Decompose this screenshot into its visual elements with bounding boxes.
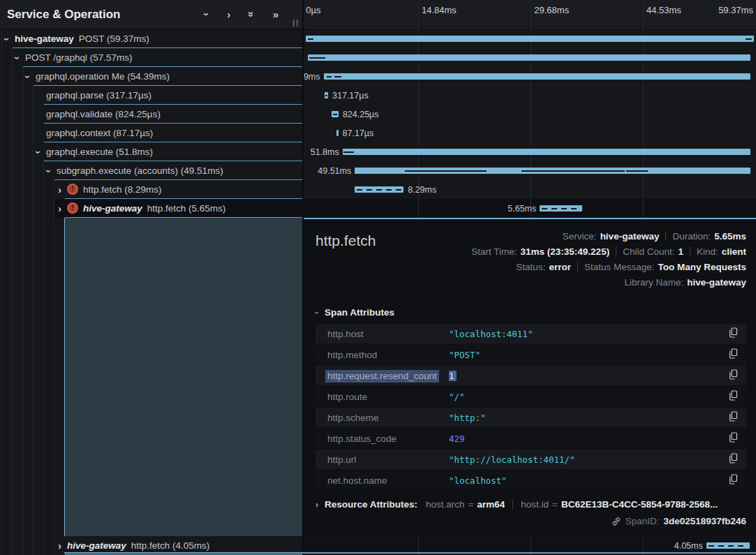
chevron-right-icon: › [316,500,318,510]
span-duration-bar[interactable] [325,92,328,98]
expander-chevron-down-icon[interactable]: › [13,48,23,67]
attribute-key: http.request.resend_count [327,371,449,381]
span-attributes-title: Span Attributes [325,307,394,318]
span-tree-row[interactable]: ›graphql.operation Me (54.39ms) [23,67,302,86]
span-tree-row[interactable]: ›subgraph.execute (accounts) (49.51ms) [44,161,302,180]
span-duration-bar[interactable] [324,73,751,80]
collapse-all-button[interactable]: » [249,9,254,20]
duration-label: 87.17µs [343,128,374,138]
trace-viewer: ›hive-gatewayPOST (59.37ms)›POST /graphq… [0,0,756,555]
chevron-down-icon: › [33,150,44,154]
copy-attribute-button[interactable] [729,432,738,445]
expand-all-button[interactable]: » [273,9,279,20]
collapse-one-button[interactable]: › [205,9,209,20]
attribute-value: "http:" [449,413,729,423]
expander-chevron-down-icon[interactable]: › [34,142,44,161]
span-operation-label: graphql.context (87.17µs) [46,128,153,138]
expander-chevron-right-icon[interactable]: › [54,199,65,218]
expander-chevron-down-icon[interactable]: › [2,29,13,48]
chevron-down-icon: › [12,56,23,59]
span-detail-panel: http.fetch Service:hive-gatewayDuration:… [304,218,756,536]
child-span-mark [308,38,313,40]
span-duration-bar[interactable] [343,149,750,155]
double-chevron-right-icon: » [273,9,279,20]
span-tree-row[interactable]: ›hive-gatewayPOST (59.37ms) [2,29,302,48]
meta-value: 1 [678,246,683,257]
span-duration-bar[interactable] [308,54,750,61]
resource-value: BC62E13B-C4CC-5854-9788-2568... [561,499,718,510]
meta-value: 31ms (23:35:49.225) [521,246,610,257]
span-operation-label: POST /graphql (57.57ms) [25,52,133,63]
attribute-value-text: 429 [449,434,465,444]
copy-attribute-button[interactable] [729,474,738,487]
span-tree-row[interactable]: graphql.context (87.17µs) [34,124,302,142]
span-duration-bar[interactable] [355,186,403,193]
span-duration-bar[interactable] [540,205,582,212]
attribute-value: 1 [449,371,729,381]
timeline-tick-label: 14.84ms [422,5,457,15]
child-span-mark [325,95,327,96]
copy-attribute-button[interactable] [729,348,738,361]
meta-label: Service: [563,231,597,242]
span-duration-bar[interactable] [706,542,750,549]
span-attributes-toggle[interactable]: › Span Attributes [316,307,746,318]
span-id-label: SpanID: [625,516,660,526]
attribute-row: http.url"http://localhost:4011/" [316,450,746,469]
span-row-content: graphql.parse (317.17µs) [44,86,302,105]
span-duration-bar[interactable] [306,36,754,42]
attribute-key-text: http.url [327,454,356,465]
attribute-value: "http://localhost:4011/" [449,454,729,465]
chevron-right-icon: › [58,184,61,195]
span-tree-row[interactable]: graphql.parse (317.17µs) [34,86,302,105]
expander-chevron-right-icon[interactable]: › [54,180,65,199]
chevron-right-icon: › [227,9,230,20]
child-span-mark [343,151,354,153]
span-tree-row[interactable]: ›!http.fetch (8.29ms) [54,180,302,199]
span-duration-bar[interactable] [336,130,338,136]
copy-attribute-button[interactable] [729,411,738,424]
equals-sign: = [552,499,558,510]
span-duration-bar[interactable] [332,111,339,117]
duration-label: 54.39ms [304,72,320,82]
tree-header: Service & Operation ››»» || [0,0,302,29]
attribute-key: http.scheme [327,413,449,423]
attribute-key-text: http.method [327,350,377,360]
meta-label: Child Count: [623,246,674,257]
span-tree-panel: ›hive-gatewayPOST (59.37ms)›POST /graphq… [0,0,302,555]
expander-chevron-down-icon[interactable]: › [23,67,34,86]
attribute-key-text: http.request.resend_count [325,370,439,383]
expander-chevron-right-icon[interactable]: › [54,536,65,555]
span-row-content: !hive-gatewayhttp.fetch (5.65ms) [65,199,302,218]
span-tree-row[interactable]: ›!hive-gatewayhttp.fetch (5.65ms) [54,199,302,218]
span-tree-row[interactable]: ›POST /graphql (57.57ms) [13,48,302,67]
child-span-mark [327,76,332,77]
copy-attribute-button[interactable] [729,390,738,403]
span-duration-bar[interactable] [355,168,750,174]
span-operation-label: http.fetch (8.29ms) [83,184,162,195]
attribute-row: http.request.resend_count1 [316,366,746,385]
span-tree-row[interactable]: ›graphql.execute (51.8ms) [34,142,302,161]
copy-attribute-button[interactable] [729,453,738,466]
attribute-value-text: "localhost:4011" [449,329,533,339]
duration-label: 824.25µs [343,110,379,119]
link-icon[interactable] [612,517,621,526]
copy-attribute-button[interactable] [729,369,738,382]
equals-sign: = [468,499,474,510]
copy-attribute-button[interactable] [729,327,738,340]
expand-one-button[interactable]: › [227,9,230,20]
meta-divider [690,246,690,256]
span-row-content: graphql.validate (824.25µs) [44,105,302,124]
chevron-down-icon: › [1,37,13,40]
clipboard-icon [729,432,738,445]
span-service-name: hive-gateway [67,540,126,551]
resource-attributes-row[interactable]: › Resource Attributes: host.arch=arm64ho… [316,499,746,510]
meta-value: client [722,246,746,257]
expander-chevron-down-icon[interactable]: › [44,161,54,180]
span-tree-row[interactable]: graphql.validate (824.25µs) [34,105,302,124]
panel-resize-handle[interactable]: || [292,18,299,27]
error-icon: ! [67,184,78,195]
meta-label: Status Message: [584,262,655,272]
child-span-mark [746,38,752,40]
span-operation-label: POST (59.37ms) [79,34,149,44]
span-row-content: POST /graphql (57.57ms) [23,48,302,67]
